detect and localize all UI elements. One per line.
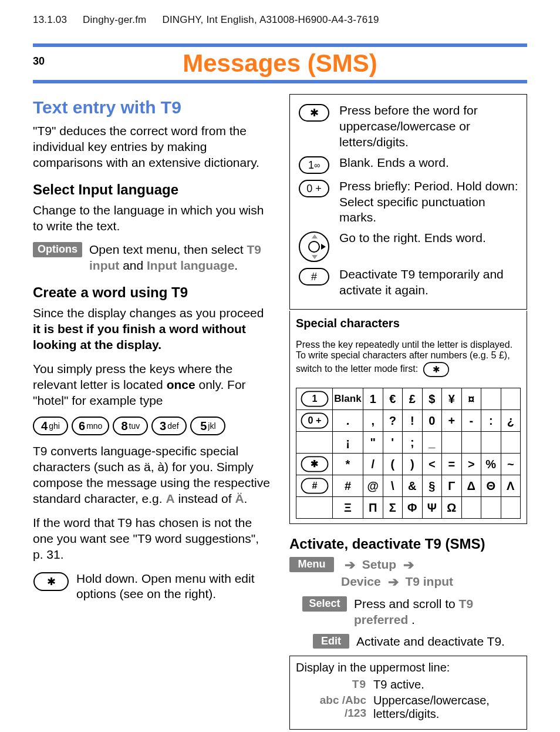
display-value-abc: Uppercase/lowercase, letters/digits. — [373, 694, 521, 721]
arrow-right-icon: ➔ — [403, 558, 414, 572]
create-word-body1-pre: Since the display changes as you proceed — [33, 306, 264, 320]
table-key[interactable]: ✱ — [301, 456, 328, 472]
key-1[interactable]: 1∞ — [299, 156, 329, 174]
special-characters-table: 1Blank1€£$¥¤0 +.,?!0+-:¿¡"';_✱*/()<=>%~#… — [296, 388, 521, 519]
table-row: 1Blank1€£$¥¤ — [296, 388, 521, 410]
key-num: 5 — [200, 420, 207, 432]
arrow-right-icon: ➔ — [345, 558, 355, 572]
options-description: Open text menu, then select T9 input and… — [89, 242, 271, 274]
nav-right-key[interactable] — [299, 231, 329, 262]
edit-row: Edit Activate and deactivate T9. — [289, 634, 527, 650]
key-hash[interactable]: # — [299, 268, 329, 286]
softkey-edit[interactable]: Edit — [313, 634, 349, 649]
star-icon: ✱ — [432, 365, 440, 374]
create-word-body2: You simply press the keys where the rele… — [33, 361, 271, 409]
one-icon: 1 — [308, 160, 314, 170]
table-cell: Π — [363, 497, 383, 519]
table-cell: _ — [422, 432, 442, 454]
table-cell: Θ — [481, 475, 501, 497]
options-text-pre: Open text menu, then select — [89, 243, 247, 256]
one-sub: ∞ — [314, 161, 320, 169]
select-row: Select Press and scroll to T9 preferred … — [289, 596, 527, 628]
table-cell — [501, 497, 521, 519]
table-cell: Λ — [501, 475, 521, 497]
table-cell: = — [442, 454, 462, 475]
menu-device: Device — [341, 575, 381, 588]
key-star-inline[interactable]: ✱ — [423, 362, 448, 377]
create-word-body2-bold: once — [167, 378, 195, 391]
convert-post: . — [244, 492, 248, 505]
table-cell: , — [363, 410, 383, 432]
key-functions-box: ✱ Press before the word for uppercase/lo… — [289, 94, 527, 310]
key-fn-hash: # Deactivate T9 temporarily and activate… — [296, 267, 521, 298]
softkey-menu[interactable]: Menu — [289, 557, 334, 572]
key-8-tuv[interactable]: 8tuv — [113, 417, 148, 435]
table-cell: Δ — [461, 475, 481, 497]
star-hold-text: Hold down. Open menu with edit options (… — [76, 571, 271, 603]
key-0[interactable]: 0 + — [299, 180, 329, 197]
table-cell — [442, 432, 462, 454]
table-key[interactable]: 1 — [301, 391, 328, 407]
table-cell: - — [461, 410, 481, 432]
table-cell — [481, 432, 501, 454]
softkey-options[interactable]: Options — [33, 242, 82, 257]
star-icon: ✱ — [47, 576, 56, 587]
create-word-body1: Since the display changes as you proceed… — [33, 305, 271, 353]
chapter-title: Messages (SMS) — [33, 47, 527, 80]
table-cell: % — [481, 454, 501, 475]
table-cell: < — [422, 454, 442, 475]
table-cell: ¥ — [442, 388, 462, 410]
key-5-jkl[interactable]: 5jkl — [190, 417, 225, 435]
chapter-title-bar: 30 Messages (SMS) — [33, 43, 527, 83]
key-sub: def — [167, 422, 178, 430]
running-header: 13.1.03 Dinghy-ger.fm DINGHY, Int Englis… — [33, 14, 527, 26]
columns: Text entry with T9 "T9" deduces the corr… — [33, 94, 527, 730]
header-doc: DINGHY, Int English, A31008-H6900-A4-3-7… — [162, 14, 379, 25]
display-label-t9: T9 — [296, 678, 373, 691]
key-sequence: 4ghi 6mno 8tuv 3def 5jkl — [33, 417, 271, 435]
key-star-icon-wrap: ✱ — [33, 572, 69, 591]
key-sub: mno — [86, 422, 102, 430]
convert-Au: Ä — [235, 492, 244, 505]
table-key-cell: 1 — [296, 388, 333, 410]
table-cell: ? — [383, 410, 403, 432]
table-cell: ' — [383, 432, 403, 454]
table-cell: \ — [383, 475, 403, 497]
display-label-abc: abc /Abc /123 — [296, 694, 373, 720]
left-column: Text entry with T9 "T9" deduces the corr… — [33, 94, 271, 730]
table-cell: Φ — [403, 497, 423, 519]
table-cell: Γ — [442, 475, 462, 497]
key-fn-nav: Go to the right. Ends word. — [296, 230, 521, 262]
table-cell — [501, 388, 521, 410]
key-fn-1: 1∞ Blank. Ends a word. — [296, 155, 521, 174]
header-date: 13.1.03 — [33, 14, 67, 25]
key-star[interactable]: ✱ — [33, 572, 69, 591]
key-glyph-icon: 0 + — [308, 416, 321, 425]
key-glyph-icon: 1 — [312, 394, 317, 404]
header-file: Dinghy-ger.fm — [83, 14, 146, 25]
table-cell — [461, 497, 481, 519]
convert-mid: instead of — [175, 492, 235, 505]
key-4-ghi[interactable]: 4ghi — [33, 417, 68, 435]
table-key[interactable]: # — [301, 478, 328, 494]
table-cell: ¿ — [501, 410, 521, 432]
menu-setup: Setup — [362, 558, 396, 571]
softkey-select[interactable]: Select — [302, 596, 347, 612]
select-text-pre: Press and scroll to — [354, 597, 459, 610]
intro-paragraph: "T9" deduces the correct word from the i… — [33, 123, 271, 171]
key-glyph-icon: ✱ — [311, 459, 319, 469]
key-6-mno[interactable]: 6mno — [72, 417, 109, 435]
display-title: Display in the uppermost line: — [296, 661, 521, 674]
table-cell: ¤ — [461, 388, 481, 410]
key-3-def[interactable]: 3def — [151, 417, 187, 435]
key-num: 6 — [79, 420, 85, 432]
key-star[interactable]: ✱ — [299, 104, 329, 122]
table-key[interactable]: 0 + — [301, 413, 328, 429]
key-fn-0: 0 + Press briefly: Period. Hold down: Se… — [296, 179, 521, 226]
right-column: ✱ Press before the word for uppercase/lo… — [289, 94, 527, 730]
key-fn-0-text: Press briefly: Period. Hold down: Select… — [339, 179, 521, 226]
options-text-input-language: Input language — [147, 258, 234, 272]
table-cell: . — [333, 410, 363, 432]
table-cell: / — [363, 454, 383, 475]
zero-icon: 0 + — [306, 183, 322, 194]
